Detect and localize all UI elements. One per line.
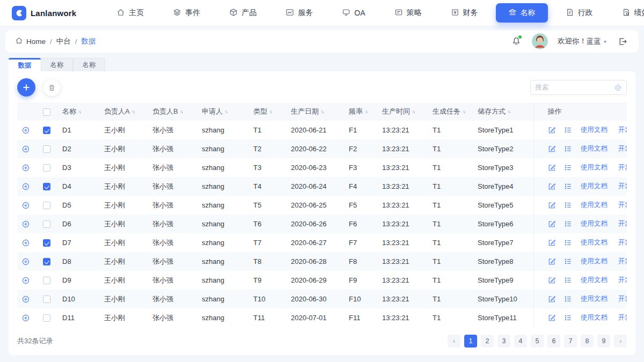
usage-doc-link[interactable]: 使用文档 [581, 164, 608, 171]
usage-doc-link[interactable]: 使用文档 [581, 276, 608, 284]
sort-icon[interactable]: ↑↓ [78, 109, 80, 114]
nav-item-name-active[interactable]: 名称 [496, 3, 548, 23]
usage-doc-link[interactable]: 使用文档 [581, 220, 608, 227]
nav-item-products[interactable]: 产品 [215, 0, 271, 26]
sort-icon[interactable]: ↑↓ [507, 109, 510, 114]
page-button-5[interactable]: 5 [531, 335, 544, 348]
usage-doc-link[interactable]: 使用文档 [581, 126, 608, 134]
usage-doc-link[interactable]: 使用文档 [581, 314, 608, 321]
nav-item-admin[interactable]: 行政 [551, 0, 608, 26]
dev-doc-link[interactable]: 开发文档 [618, 314, 627, 321]
sort-icon[interactable]: ↑↓ [462, 109, 465, 114]
row-checkbox[interactable] [43, 277, 50, 284]
edit-icon[interactable] [548, 126, 556, 134]
dev-doc-link[interactable]: 开发文档 [618, 126, 627, 134]
row-checkbox[interactable] [43, 220, 50, 228]
row-checkbox[interactable] [43, 164, 50, 172]
edit-icon[interactable] [548, 257, 556, 265]
page-button-6[interactable]: 6 [547, 335, 560, 348]
row-checkbox[interactable] [43, 145, 50, 153]
dev-doc-link[interactable]: 开发文档 [618, 239, 627, 246]
usage-doc-link[interactable]: 使用文档 [581, 295, 608, 302]
sort-icon[interactable]: ↑↓ [269, 109, 272, 114]
nav-item-home[interactable]: 主页 [102, 0, 158, 26]
page-button-8[interactable]: 8 [581, 335, 594, 348]
page-button-9[interactable]: 9 [597, 335, 610, 348]
row-checkbox[interactable] [43, 314, 50, 322]
detail-list-icon[interactable] [564, 201, 572, 209]
notification-bell-button[interactable] [510, 35, 522, 47]
column-header-name[interactable]: 名称↑↓ [58, 102, 100, 121]
page-button-1[interactable]: 1 [464, 335, 477, 348]
breadcrumb-item-data[interactable]: 数据 [82, 36, 96, 46]
page-button-7[interactable]: 7 [564, 335, 577, 348]
column-header-applicant[interactable]: 申请人↑↓ [197, 102, 249, 121]
dev-doc-link[interactable]: 开发文档 [618, 145, 627, 152]
edit-icon[interactable] [548, 201, 556, 209]
column-header-gen-task[interactable]: 生成任务↑↓ [428, 102, 473, 121]
expand-row-icon[interactable] [21, 276, 30, 285]
row-checkbox[interactable] [43, 295, 50, 303]
sort-icon[interactable]: ↑↓ [131, 109, 134, 114]
detail-list-icon[interactable] [564, 239, 572, 247]
usage-doc-link[interactable]: 使用文档 [581, 145, 608, 152]
tab-name-2[interactable]: 名称 [73, 58, 105, 71]
detail-list-icon[interactable] [564, 295, 572, 303]
breadcrumb-item-home[interactable]: Home [26, 38, 46, 46]
edit-icon[interactable] [548, 276, 556, 284]
dev-doc-link[interactable]: 开发文档 [618, 276, 627, 284]
detail-list-icon[interactable] [564, 314, 572, 322]
nav-item-events[interactable]: 事件 [158, 0, 215, 26]
select-all-checkbox[interactable] [43, 108, 50, 116]
column-header-prod-date[interactable]: 生产日期↑↓ [287, 102, 345, 121]
dev-doc-link[interactable]: 开发文档 [618, 220, 627, 227]
detail-list-icon[interactable] [564, 257, 572, 265]
dev-doc-link[interactable]: 开发文档 [618, 201, 627, 209]
usage-doc-link[interactable]: 使用文档 [581, 182, 608, 190]
nav-item-services[interactable]: 服务 [271, 0, 327, 26]
search-input[interactable] [535, 84, 614, 91]
page-button-4[interactable]: 4 [514, 335, 527, 348]
expand-row-icon[interactable] [21, 239, 30, 247]
nav-item-performance[interactable]: 绩效 [608, 0, 644, 26]
column-header-prod-time[interactable]: 生产时间↑↓ [378, 102, 428, 121]
row-checkbox[interactable] [43, 127, 50, 134]
usage-doc-link[interactable]: 使用文档 [581, 257, 608, 265]
dev-doc-link[interactable]: 开发文档 [618, 164, 627, 171]
row-checkbox[interactable] [43, 258, 50, 265]
edit-icon[interactable] [548, 220, 556, 228]
expand-row-icon[interactable] [21, 145, 30, 153]
nav-item-oa[interactable]: OA [327, 0, 379, 26]
expand-row-icon[interactable] [21, 164, 30, 172]
detail-list-icon[interactable] [564, 182, 572, 190]
expand-row-icon[interactable] [21, 201, 30, 210]
edit-icon[interactable] [548, 239, 556, 247]
add-record-button[interactable] [17, 78, 35, 97]
dev-doc-link[interactable]: 开发文档 [618, 257, 627, 265]
sort-icon[interactable]: ↑↓ [180, 109, 182, 114]
edit-icon[interactable] [548, 295, 556, 303]
expand-row-icon[interactable] [21, 220, 30, 228]
edit-icon[interactable] [548, 164, 556, 172]
prev-page-button[interactable]: ‹ [448, 335, 460, 348]
sort-icon[interactable]: ↑↓ [320, 109, 323, 114]
edit-icon[interactable] [548, 182, 556, 190]
usage-doc-link[interactable]: 使用文档 [581, 201, 608, 209]
detail-list-icon[interactable] [564, 145, 572, 153]
brand-logo[interactable]: Lanlanwork [12, 6, 76, 20]
edit-icon[interactable] [548, 145, 556, 153]
column-header-frequency[interactable]: 频率↑↓ [345, 102, 378, 121]
expand-row-icon[interactable] [21, 314, 30, 322]
tab-name-1[interactable]: 名称 [41, 58, 73, 71]
next-page-button[interactable]: › [614, 335, 627, 348]
row-checkbox[interactable] [43, 239, 50, 247]
edit-icon[interactable] [548, 314, 556, 322]
page-button-3[interactable]: 3 [497, 335, 510, 348]
user-avatar[interactable] [532, 33, 548, 49]
detail-list-icon[interactable] [564, 220, 572, 228]
expand-row-icon[interactable] [21, 257, 30, 266]
delete-records-button[interactable] [43, 79, 60, 96]
page-button-2[interactable]: 2 [481, 335, 494, 348]
nav-item-finance[interactable]: 财务 [436, 0, 493, 26]
column-header-type[interactable]: 类型↑↓ [249, 102, 287, 121]
